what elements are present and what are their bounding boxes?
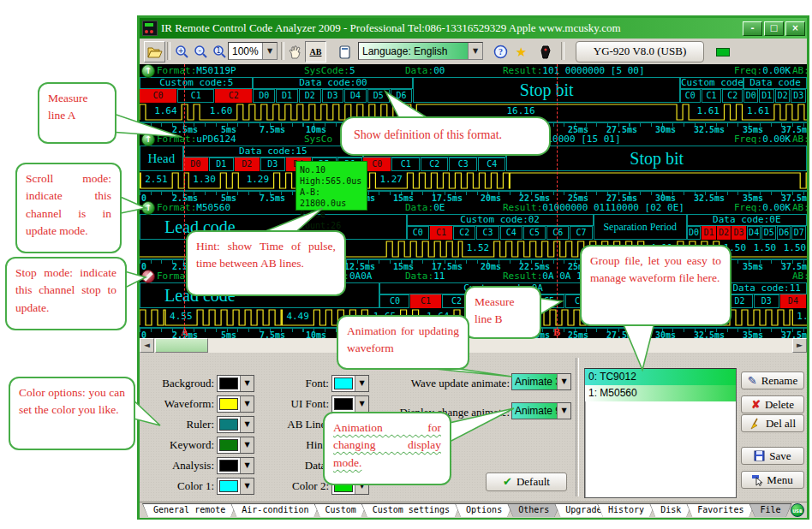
channel-info-field: AB:20 xyxy=(792,202,807,213)
tab-label: File xyxy=(749,503,791,517)
chevron-down-icon[interactable]: ▼ xyxy=(468,43,482,59)
color-select-backgroud[interactable]: ▼ xyxy=(217,375,254,392)
usb-status-icon: USB xyxy=(791,503,804,517)
tab-air-condition[interactable]: Air-condition xyxy=(230,503,319,517)
tab-general-remote[interactable]: General remote xyxy=(142,503,236,517)
scroll-mode-icon[interactable]: ↑ xyxy=(141,64,155,78)
info-value: 00 xyxy=(433,65,445,76)
scrollbar-thumb[interactable] xyxy=(155,338,208,353)
chevron-down-icon[interactable]: ▼ xyxy=(240,478,254,494)
animate-select[interactable]: Animate 3▼ xyxy=(511,373,571,390)
color-option-label: Ruler: xyxy=(152,418,217,431)
pulse-time-value: 1.29 xyxy=(247,174,270,185)
file-list-item[interactable]: 1: M50560 xyxy=(585,385,736,401)
chevron-down-icon[interactable]: ▼ xyxy=(240,458,254,473)
section-title: Data code:11 xyxy=(727,282,807,294)
maximize-button[interactable]: □ xyxy=(764,21,784,36)
channel-info-field: AB:25 xyxy=(792,134,807,145)
channel-info-field: AB:19 xyxy=(792,65,807,76)
tab-history[interactable]: History xyxy=(597,503,655,517)
tab-file[interactable]: File xyxy=(749,503,791,517)
info-label: AB: xyxy=(792,65,807,76)
info-value: 0E xyxy=(433,202,445,213)
pulse-time-value: 1.5 xyxy=(797,311,807,322)
file-list-item[interactable]: 0: TC9012 xyxy=(585,369,736,385)
remote-tool-button[interactable] xyxy=(534,41,556,62)
chevron-down-icon[interactable]: ▼ xyxy=(240,417,254,432)
color-select-keyword[interactable]: ▼ xyxy=(217,437,254,454)
info-value: M50560 xyxy=(196,202,230,213)
bit-cell: D2 xyxy=(299,89,321,103)
tab-custom[interactable]: Custom xyxy=(314,503,367,517)
color-select-analysis[interactable]: ▼ xyxy=(217,457,254,474)
info-value: 0.00K xyxy=(762,65,791,76)
scroll-right-arrow-icon[interactable]: ► xyxy=(792,338,807,353)
info-value: uPD6124 xyxy=(196,134,236,145)
color-option-label: Color 1: xyxy=(152,479,217,493)
pulse-time-value: 4.49 xyxy=(286,311,309,322)
color-select-color-1[interactable]: ▼ xyxy=(217,478,254,495)
chevron-down-icon[interactable]: ▼ xyxy=(262,43,277,59)
channel-info-field: Format:M50560 xyxy=(157,202,230,213)
callout-measure-line-b: Measure line B xyxy=(464,286,541,339)
tab-custom-settings[interactable]: Custom settings xyxy=(361,503,461,517)
close-button[interactable]: × xyxy=(785,21,805,36)
tab-label: Custom settings xyxy=(361,503,461,517)
bit-cell: D0 xyxy=(687,226,702,240)
folder-open-icon xyxy=(147,46,163,58)
animate-select[interactable]: Animate 9▼ xyxy=(511,402,571,419)
tab-options[interactable]: Options xyxy=(455,503,513,517)
delete-button[interactable]: ✘Delete xyxy=(741,395,804,413)
color-swatch xyxy=(219,398,238,410)
scroll-mode-icon[interactable]: ↑ xyxy=(141,201,155,215)
chevron-down-icon[interactable]: ▼ xyxy=(240,376,254,391)
tab-label: Favorites xyxy=(686,503,755,517)
info-label: Result: xyxy=(503,65,542,76)
ab-measure-button[interactable]: AB xyxy=(305,41,326,62)
file-tabs: HistoryDiskFavoritesFile xyxy=(603,502,792,518)
channel-info-field: SysCode:5 xyxy=(304,65,355,76)
help-button[interactable]: ? xyxy=(490,41,511,62)
pulse-time-value: 1.27 xyxy=(379,174,403,185)
default-button[interactable]: ✔ Default xyxy=(486,473,567,491)
pulse-time-value: 1.64 xyxy=(154,105,177,116)
scroll-left-arrow-icon[interactable]: ◄ xyxy=(140,338,154,353)
info-label: Data: xyxy=(405,270,433,282)
device-panel-button[interactable] xyxy=(334,41,355,62)
save-button[interactable]: Save xyxy=(741,447,804,465)
chevron-down-icon[interactable]: ▼ xyxy=(557,374,570,389)
info-label: Format: xyxy=(157,202,196,213)
color-select-ruler[interactable]: ▼ xyxy=(217,416,254,433)
pan-hand-button[interactable] xyxy=(284,41,306,62)
measure-line-b xyxy=(557,64,558,338)
chevron-down-icon[interactable]: ▼ xyxy=(557,403,570,419)
horizontal-scrollbar[interactable]: ◄ ► xyxy=(140,338,807,353)
tab-favorites[interactable]: Favorites xyxy=(686,503,755,517)
favorites-star-button[interactable]: ★ xyxy=(510,41,532,62)
info-value: 0A0A xyxy=(349,270,373,282)
stop-mode-icon[interactable] xyxy=(141,270,155,283)
del-all-button[interactable]: Del all xyxy=(741,414,804,432)
zoom-level-select[interactable]: 100% ▼ xyxy=(228,42,278,60)
time-tick-label: 32.5ms xyxy=(694,330,725,338)
open-file-button[interactable] xyxy=(144,41,165,62)
bit-cell: D1 xyxy=(209,158,234,171)
status-led-icon xyxy=(716,48,730,56)
bit-cells: C0C1C2C3C4C5C6C7 xyxy=(407,226,594,240)
bit-cell: D3 xyxy=(260,158,285,171)
bit-section: Custom code:02C0C1C2C3C4C5C6C7 xyxy=(407,214,594,240)
tab-others[interactable]: Others xyxy=(507,503,560,517)
color-select-waveform[interactable]: ▼ xyxy=(217,395,254,413)
waveform-file-list[interactable]: 0: TC90121: M50560 xyxy=(584,368,737,498)
channel-sections: Custom code:5C0C1C2Data code:00D0D1D2D3D… xyxy=(140,77,807,103)
rename-button[interactable]: ✎Rename xyxy=(741,371,804,389)
minimize-button[interactable]: - xyxy=(743,21,762,36)
scroll-mode-icon[interactable]: ↑ xyxy=(141,133,155,146)
device-model-button[interactable]: YG-920 V8.0 (USB) xyxy=(576,41,704,62)
bit-cell: C2 xyxy=(215,89,252,103)
chevron-down-icon[interactable]: ▼ xyxy=(240,437,254,453)
chevron-down-icon[interactable]: ▼ xyxy=(240,396,254,412)
language-select[interactable]: Language: English ▼ xyxy=(358,42,483,60)
menu-button[interactable]: Menu xyxy=(741,471,804,489)
pulse-time-value: 1.50 xyxy=(754,242,777,253)
